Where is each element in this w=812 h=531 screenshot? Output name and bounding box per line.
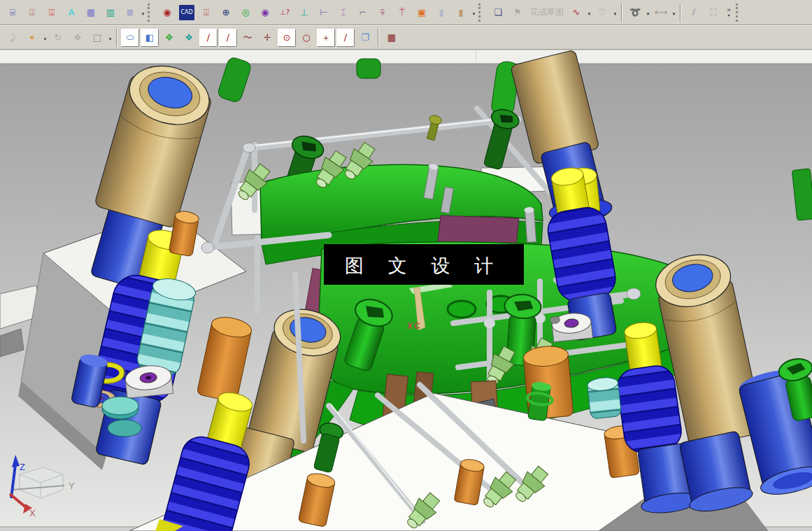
toolbar-overflow-button[interactable]: »▾: [723, 3, 734, 22]
dimension-tool-icon: ⟷: [655, 8, 668, 17]
toolbar-row-2: ⤸⌖▼↻✥⬚▼⬭◧✥❖∕∕〜✛⊙○＋∕❐▦: [0, 25, 812, 50]
ejector-pin-button[interactable]: ⍗: [23, 3, 41, 22]
move-component-button[interactable]: ✥: [160, 29, 178, 47]
cad-badge-button[interactable]: CAD: [178, 3, 196, 22]
grid-table-icon: ▦: [387, 33, 396, 42]
grid-table-button[interactable]: ▦: [383, 29, 401, 47]
pin-collar-button[interactable]: ⌶: [334, 3, 352, 22]
new-sketch-button[interactable]: ❏: [489, 3, 507, 22]
sketch-lasso-dropdown[interactable]: ▼: [645, 3, 651, 22]
sep-3: [116, 29, 117, 47]
concept-purple-button[interactable]: ◉: [256, 3, 274, 22]
cyan-cylinder-right[interactable]: [587, 376, 622, 419]
circle-center-button[interactable]: ⊙: [278, 29, 296, 47]
select-rect-dropdown[interactable]: ▼: [107, 29, 113, 47]
ejector-pin-red-button[interactable]: ⍗: [43, 3, 61, 22]
solid-block-button[interactable]: ◧: [141, 29, 159, 47]
pin-vise-icon: ⍫: [380, 8, 385, 17]
pin-collar-icon: ⌶: [341, 8, 346, 17]
grab-view-button[interactable]: ✥: [69, 29, 87, 47]
list-bars-button[interactable]: ≣: [121, 3, 139, 22]
flow-analysis-button[interactable]: ⊕: [217, 3, 235, 22]
arc-curve-button[interactable]: 〜: [238, 29, 257, 47]
sep-4: [378, 29, 379, 47]
xc-axis-label: XC: [407, 321, 422, 331]
cavity-layout-button[interactable]: ▥: [101, 3, 120, 22]
dimension-tool-dropdown[interactable]: ▼: [671, 3, 677, 22]
pin-highlight-button[interactable]: ⊥: [295, 3, 313, 22]
standard-part-button[interactable]: ⌸: [3, 3, 22, 22]
constraint-frame-button[interactable]: ⛶: [704, 3, 722, 22]
assemble-component-button[interactable]: ❖: [180, 29, 198, 47]
line-tool-3-icon: ∕: [344, 33, 347, 42]
block-slot-icon: ⌐: [359, 8, 367, 17]
target-manager-button[interactable]: ◉: [158, 3, 176, 22]
letter-a-tool-icon: A: [69, 8, 75, 17]
block-slot-button[interactable]: ⌐: [354, 3, 372, 22]
axis-point-icon: ✛: [264, 33, 271, 42]
toolbar-handle-1[interactable]: [148, 3, 155, 22]
concept-purple-icon: ◉: [261, 8, 269, 17]
snap-point-button[interactable]: ⌖: [23, 29, 41, 47]
toolbar-handle-3[interactable]: [736, 3, 743, 22]
standard-part-icon: ⌸: [10, 8, 15, 17]
concept-green-button[interactable]: ◎: [236, 3, 255, 22]
triad-x-label: X: [29, 508, 36, 518]
grab-view-icon: ✥: [74, 33, 82, 42]
insert-block-button[interactable]: ▣: [413, 3, 431, 22]
list-bars-dropdown[interactable]: ▼: [140, 3, 146, 22]
finish-flag-button[interactable]: ⚑: [508, 3, 527, 22]
axis-point-button[interactable]: ✛: [258, 29, 276, 47]
capsule-tan-icon: ▮: [458, 8, 463, 17]
ejector-pin-icon: ⍗: [29, 8, 35, 17]
profile-loop-button[interactable]: ♡: [593, 3, 611, 22]
target-manager-icon: ◉: [163, 8, 171, 17]
select-rect-button[interactable]: ⬚: [88, 29, 106, 47]
insert-block-icon: ▣: [418, 8, 426, 17]
triad-y-label: Y: [69, 481, 75, 491]
circle-tool-button[interactable]: ○: [297, 29, 315, 47]
constraint-parallel-icon: ⫽: [692, 8, 696, 17]
pin-query-button[interactable]: ⊥?: [276, 3, 294, 22]
line-tool-2-button[interactable]: ∕: [219, 29, 237, 47]
face-blend-icon: ❐: [361, 33, 369, 42]
assemble-component-icon: ❖: [185, 33, 193, 42]
pin-corner-button[interactable]: ⊢: [315, 3, 333, 22]
spline-curve-icon: ∿: [573, 8, 580, 17]
capsule-light-button[interactable]: ▮: [432, 3, 450, 22]
arc-curve-icon: 〜: [243, 33, 252, 42]
profile-loop-dropdown[interactable]: ▼: [612, 3, 618, 22]
viewport-3d[interactable]: 图 文 设 计 XC Z X Y: [0, 50, 812, 531]
sketch-lasso-button[interactable]: ➰: [626, 3, 644, 22]
face-blend-button[interactable]: ❐: [356, 29, 374, 47]
letter-a-tool-button[interactable]: A: [62, 3, 80, 22]
pin-vise-button[interactable]: ⍫: [373, 3, 392, 22]
pin-trim-button[interactable]: ⍑: [393, 3, 411, 22]
list-bars-icon: ≣: [127, 8, 134, 17]
line-tool-1-button[interactable]: ∕: [199, 29, 218, 47]
pin-corner-icon: ⊢: [320, 8, 327, 17]
line-tool-3-button[interactable]: ∕: [336, 29, 355, 47]
toolbar-handle-2[interactable]: [478, 3, 485, 22]
constraint-parallel-button[interactable]: ⫽: [685, 3, 703, 22]
point-plus-icon: ＋: [322, 33, 331, 42]
snap-point-dropdown[interactable]: ▼: [42, 29, 48, 47]
capsule-tan-dropdown[interactable]: ▼: [471, 3, 477, 22]
spline-curve-dropdown[interactable]: ▼: [586, 3, 592, 22]
pin-query-icon: ⊥?: [280, 9, 290, 16]
pin-trim-icon: ⍑: [399, 8, 405, 17]
snap-curve-button[interactable]: ⤸: [3, 29, 22, 47]
watermark-text: 图 文 设 计: [345, 255, 503, 276]
pin-validate-button[interactable]: ⍗: [197, 3, 215, 22]
spline-curve-button[interactable]: ∿: [567, 3, 585, 22]
move-component-icon: ✥: [166, 33, 173, 42]
solid-cylinder-button[interactable]: ⬭: [121, 29, 139, 47]
toolbar-row-1: ⌸⍗⍗A▦▥≣▼◉CAD⍗⊕◎◉⊥?⊥⊢⌶⌐⍫⍑▣▮▮▼❏⚑完成草图∿▼♡▼➰▼…: [0, 0, 812, 25]
reorient-view-button[interactable]: ↻: [49, 29, 67, 47]
dimension-tool-button[interactable]: ⟷: [652, 3, 670, 22]
mesh-pattern-button[interactable]: ▦: [82, 3, 100, 22]
triad-z-label: Z: [20, 462, 25, 472]
sep-1: [621, 3, 622, 22]
capsule-tan-button[interactable]: ▮: [452, 3, 470, 22]
point-plus-button[interactable]: ＋: [317, 29, 335, 47]
